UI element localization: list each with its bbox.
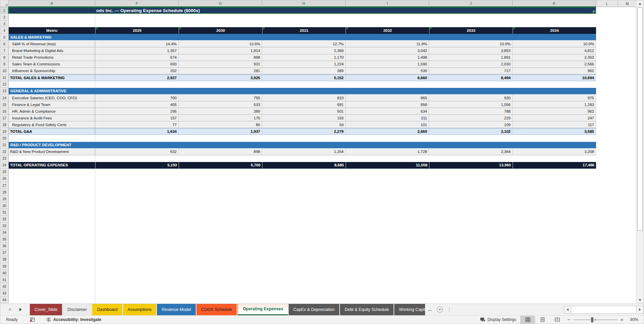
row-header-21[interactable]: 21	[0, 142, 9, 149]
cell-J9[interactable]: 2,033	[429, 61, 513, 68]
cell-K6[interactable]: 10.0%	[513, 41, 596, 47]
row-header-1[interactable]: 1	[0, 7, 9, 14]
cell-I16[interactable]: 634	[346, 108, 429, 115]
cell-A6[interactable]: S&M % of Revenue (lerp)	[9, 41, 95, 47]
cell-H11[interactable]: 5,152	[262, 74, 346, 81]
cell-F19[interactable]: 1,634	[95, 128, 179, 135]
cell-G17[interactable]: 175	[179, 115, 262, 121]
row-header-5[interactable]: 5	[0, 34, 9, 41]
cell-I22[interactable]: 1,728	[346, 149, 429, 155]
cell-G15[interactable]: 533	[179, 101, 262, 108]
row-header-20[interactable]: 20	[0, 135, 9, 142]
row-header-31[interactable]: 31	[0, 209, 9, 216]
sheet-tab-debt-equity-schedule[interactable]: Debt & Equity Schedule	[340, 304, 394, 315]
section-header-row-5[interactable]: SALES & MARKETING	[9, 34, 596, 41]
cell-G10[interactable]: 281	[179, 68, 262, 74]
horizontal-scrollbar[interactable]	[564, 304, 644, 315]
cell-F6[interactable]: 14.4%	[95, 41, 179, 47]
cell-A7[interactable]: Brand Marketing & Digital Ads	[9, 47, 95, 54]
cell-J19[interactable]: 3,102	[429, 128, 513, 135]
row-header-8[interactable]: 8	[0, 54, 9, 61]
row-header-9[interactable]: 9	[0, 61, 9, 68]
cell-I24[interactable]: 11,058	[346, 162, 429, 169]
cell-H22[interactable]: 1,254	[262, 149, 346, 155]
cell-J17[interactable]: 229	[429, 115, 513, 121]
column-header-F[interactable]: F	[95, 0, 179, 7]
sheet-tab-revenue-model[interactable]: Revenue Model	[157, 304, 196, 315]
column-header-J[interactable]: J	[429, 0, 513, 7]
scroll-right-button[interactable]	[636, 306, 644, 314]
row-header-29[interactable]: 29	[0, 196, 9, 202]
sheet-tab-assumptions[interactable]: Assumptions	[123, 304, 157, 315]
cell-F17[interactable]: 157	[95, 115, 179, 121]
normal-view-button[interactable]	[520, 316, 535, 324]
cell-F11[interactable]: 2,927	[95, 74, 179, 81]
cell-H15[interactable]: 681	[262, 101, 346, 108]
cell-A15[interactable]: Finance & Legal Team	[9, 101, 95, 108]
cell-H16[interactable]: 501	[262, 108, 346, 115]
cell-J14[interactable]: 920	[429, 95, 513, 101]
cell-A18[interactable]: Regulatory & Food Safety Certs	[9, 121, 95, 128]
row-header-24[interactable]: 24	[0, 162, 9, 169]
sheet-tab-cover-slide[interactable]: Cover_Slide	[30, 304, 62, 315]
cell-G6[interactable]: 13.6%	[179, 41, 262, 47]
cell-H6[interactable]: 12.7%	[262, 41, 346, 47]
vertical-scroll-thumb[interactable]	[637, 7, 643, 231]
cell-K19[interactable]: 3,585	[513, 128, 596, 135]
cell-F10[interactable]: 202	[95, 68, 179, 74]
cell-G19[interactable]: 1,937	[179, 128, 262, 135]
cell-G24[interactable]: 6,760	[179, 162, 262, 169]
row-header-18[interactable]: 18	[0, 121, 9, 128]
row-header-34[interactable]: 34	[0, 229, 9, 236]
vertical-scrollbar[interactable]	[636, 0, 644, 304]
year-header-2030[interactable]: 2030	[179, 27, 262, 34]
cell-G11[interactable]: 3,925	[179, 74, 262, 81]
cell-A22[interactable]: R&D & New Product Development	[9, 149, 95, 155]
sheet-tab-cogs-schedule[interactable]: COGS Schedule	[196, 304, 237, 315]
cell-K14[interactable]: 975	[513, 95, 596, 101]
cell-A8[interactable]: Retail Trade Promotions	[9, 54, 95, 61]
cell-H8[interactable]: 1,170	[262, 54, 346, 61]
cell-J6[interactable]: 10.9%	[429, 41, 513, 47]
zoom-level[interactable]: 80%	[626, 317, 644, 322]
row-header-10[interactable]: 10	[0, 68, 9, 74]
cell-G14[interactable]: 755	[179, 95, 262, 101]
sheet-tab-dashboard[interactable]: Dashboard	[92, 304, 122, 315]
cell-I6[interactable]: 11.8%	[346, 41, 429, 47]
metric-column-header[interactable]: Metric	[9, 27, 95, 34]
cell-I8[interactable]: 1,498	[346, 54, 429, 61]
cell-F14[interactable]: 700	[95, 95, 179, 101]
sheet-tab-working-capit[interactable]: Working Capit	[394, 304, 425, 315]
cell-I14[interactable]: 865	[346, 95, 429, 101]
cell-J22[interactable]: 2,364	[429, 149, 513, 155]
row-header-27[interactable]: 27	[0, 182, 9, 189]
sheet-tab-disclaimer[interactable]: Disclaimer	[63, 304, 92, 315]
cell-K7[interactable]: 4,812	[513, 47, 596, 54]
row-header-37[interactable]: 37	[0, 250, 9, 256]
select-all-corner[interactable]	[0, 0, 9, 7]
row-header-38[interactable]: 38	[0, 256, 9, 263]
row-header-4[interactable]: 4	[0, 27, 9, 34]
column-header-A[interactable]: A	[9, 0, 95, 7]
cell-K16[interactable]: 962	[513, 108, 596, 115]
row-header-36[interactable]: 36	[0, 243, 9, 250]
cell-A14[interactable]: Executive Salaries (CEO, COO, CFO)	[9, 95, 95, 101]
row-header-26[interactable]: 26	[0, 175, 9, 182]
row-header-40[interactable]: 40	[0, 270, 9, 276]
row-header-30[interactable]: 30	[0, 202, 9, 209]
cell-H17[interactable]: 193	[262, 115, 346, 121]
cell-H19[interactable]: 2,279	[262, 128, 346, 135]
cell-J8[interactable]: 1,891	[429, 54, 513, 61]
row-header-32[interactable]: 32	[0, 216, 9, 222]
cell-A17[interactable]: Insurance & Audit Fees	[9, 115, 95, 121]
cell-J18[interactable]: 109	[429, 121, 513, 128]
cell-K9[interactable]: 2,566	[513, 61, 596, 68]
row-header-7[interactable]: 7	[0, 47, 9, 54]
cell-J16[interactable]: 788	[429, 108, 513, 115]
cell-J7[interactable]: 3,853	[429, 47, 513, 54]
cell-I17[interactable]: 211	[346, 115, 429, 121]
row-header-16[interactable]: 16	[0, 108, 9, 115]
cell-F18[interactable]: 77	[95, 121, 179, 128]
cell-I11[interactable]: 6,660	[346, 74, 429, 81]
cell-G18[interactable]: 85	[179, 121, 262, 128]
